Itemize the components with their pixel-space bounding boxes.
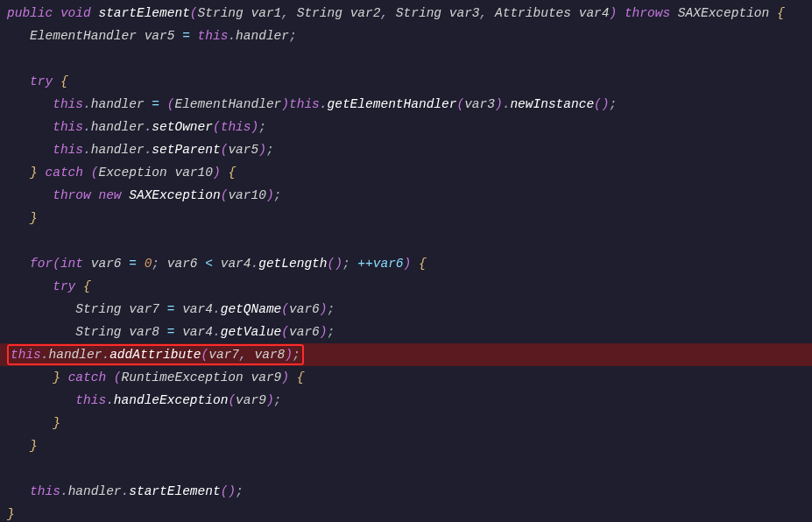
keyword-for: for bbox=[30, 257, 53, 271]
code-line: String var7 = var4.getQName(var6); bbox=[0, 298, 812, 321]
arg: var7 bbox=[208, 348, 239, 362]
keyword-this: this bbox=[53, 120, 83, 134]
exception-type: RuntimeException bbox=[122, 370, 244, 384]
var-name: var6 bbox=[167, 257, 198, 271]
var-name: var10 bbox=[174, 166, 213, 180]
keyword-this: this bbox=[30, 484, 60, 498]
method-call: getLength bbox=[258, 257, 327, 271]
arg: var5 bbox=[228, 143, 258, 157]
code-line: } bbox=[0, 503, 812, 522]
var-name: var4 bbox=[182, 325, 213, 339]
arg: var6 bbox=[289, 302, 320, 316]
field-name: handler bbox=[236, 29, 289, 43]
field-name: handler bbox=[91, 120, 145, 134]
increment: ++var6 bbox=[357, 257, 403, 271]
param-type: String bbox=[198, 6, 244, 20]
code-line: this.handler.setParent(var5); bbox=[0, 138, 812, 161]
param-name: var4 bbox=[579, 6, 610, 20]
method-call: addAttribute bbox=[109, 348, 201, 362]
param-type: String bbox=[396, 6, 441, 20]
param-name: var1 bbox=[251, 6, 281, 20]
field-name: handler bbox=[91, 97, 145, 111]
keyword-throws: throws bbox=[625, 6, 670, 20]
var-name: var7 bbox=[129, 302, 159, 316]
code-line: ElementHandler var5 = this.handler; bbox=[0, 25, 812, 47]
keyword-try: try bbox=[53, 279, 75, 293]
blank-line bbox=[0, 457, 812, 480]
code-line: } bbox=[0, 434, 812, 457]
method-call: startElement bbox=[129, 484, 220, 498]
keyword-this: this bbox=[198, 29, 229, 43]
keyword-catch: catch bbox=[46, 166, 84, 180]
field-name: handler bbox=[49, 348, 102, 362]
cast-type: ElementHandler bbox=[174, 97, 281, 111]
code-line: this.handler.setOwner(this); bbox=[0, 116, 812, 138]
keyword-int: int bbox=[60, 257, 83, 271]
keyword-try: try bbox=[30, 74, 53, 88]
blank-line bbox=[0, 229, 812, 252]
keyword-throw: throw bbox=[53, 188, 91, 202]
method-call: newInstance bbox=[510, 97, 594, 111]
exception-type: SAXException bbox=[678, 6, 769, 20]
type-name: ElementHandler bbox=[30, 29, 137, 43]
highlighted-line: this.handler.addAttribute(var7, var8); bbox=[0, 343, 812, 366]
var-name: var6 bbox=[91, 257, 122, 271]
keyword-this: this bbox=[289, 97, 320, 111]
code-line: try { bbox=[0, 70, 812, 93]
method-call: setParent bbox=[152, 143, 220, 157]
var-name: var8 bbox=[129, 325, 159, 339]
param-name: var3 bbox=[449, 6, 480, 20]
arg: var9 bbox=[236, 393, 266, 407]
code-line: try { bbox=[0, 275, 812, 298]
keyword-void: void bbox=[60, 6, 91, 20]
type-name: String bbox=[75, 302, 121, 316]
constructor: SAXException bbox=[129, 188, 220, 202]
param-type: String bbox=[297, 6, 342, 20]
code-line: } bbox=[0, 207, 812, 229]
method-call: handleException bbox=[114, 393, 229, 407]
type-name: String bbox=[75, 325, 121, 339]
method-name: startElement bbox=[98, 6, 189, 20]
arg: var3 bbox=[464, 97, 495, 111]
code-line: this.handler = (ElementHandler)this.getE… bbox=[0, 93, 812, 116]
highlight-box: this.handler.addAttribute(var7, var8); bbox=[7, 344, 304, 365]
method-call: setOwner bbox=[152, 120, 213, 134]
code-line: } catch (RuntimeException var9) { bbox=[0, 366, 812, 389]
field-name: handler bbox=[91, 143, 145, 157]
method-call: getValue bbox=[221, 325, 282, 339]
code-line: } bbox=[0, 412, 812, 434]
keyword-new: new bbox=[98, 188, 121, 202]
field-name: handler bbox=[68, 484, 122, 498]
param-name: var2 bbox=[350, 6, 381, 20]
keyword-this: this bbox=[75, 393, 106, 407]
param-type: Attributes bbox=[495, 6, 571, 20]
blank-line bbox=[0, 47, 812, 70]
method-call: getElementHandler bbox=[328, 97, 457, 111]
keyword-this: this bbox=[11, 348, 41, 362]
var-name: var9 bbox=[251, 370, 281, 384]
keyword-this: this bbox=[53, 97, 83, 111]
arg: var8 bbox=[254, 348, 285, 362]
keyword-catch: catch bbox=[68, 370, 107, 384]
code-line: for(int var6 = 0; var6 < var4.getLength(… bbox=[0, 252, 812, 275]
var-name: var4 bbox=[182, 302, 213, 316]
code-line: } catch (Exception var10) { bbox=[0, 161, 812, 184]
keyword-public: public bbox=[7, 6, 53, 20]
code-line: String var8 = var4.getValue(var6); bbox=[0, 321, 812, 343]
keyword-this: this bbox=[221, 120, 251, 134]
method-call: getQName bbox=[221, 302, 282, 316]
code-line: public void startElement(String var1, St… bbox=[0, 2, 812, 25]
arg: var6 bbox=[289, 325, 320, 339]
keyword-this: this bbox=[53, 143, 83, 157]
code-line: this.handleException(var9); bbox=[0, 389, 812, 412]
var-name: var5 bbox=[145, 29, 175, 43]
var-name: var4 bbox=[221, 257, 251, 271]
code-line: throw new SAXException(var10); bbox=[0, 184, 812, 207]
exception-type: Exception bbox=[98, 166, 166, 180]
arg: var10 bbox=[228, 188, 266, 202]
code-line: this.handler.startElement(); bbox=[0, 480, 812, 503]
